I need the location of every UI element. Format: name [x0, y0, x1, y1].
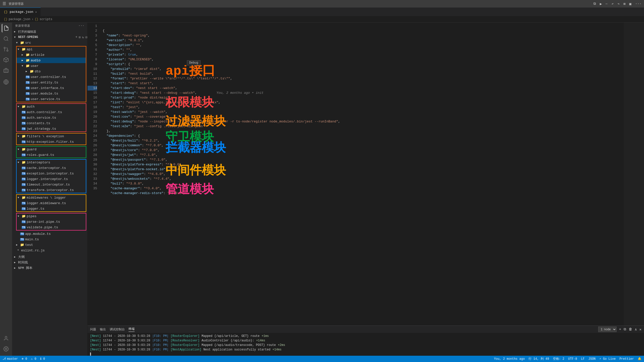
user-module[interactable]: TS user.module.ts — [17, 91, 86, 96]
dto-folder[interactable]: ▶ 📁 dto — [17, 69, 86, 74]
line-numbers: 12345 678910 1112131415 1617181920 21222… — [88, 23, 100, 326]
app-menu-icon[interactable]: ☰ — [3, 1, 6, 6]
root-folder[interactable]: ▼ NEST-SPRING + ⊞ ↻ ⊟ — [12, 34, 87, 40]
validate-pipe[interactable]: TS validate.pipe.ts — [17, 224, 86, 230]
exception-interceptor[interactable]: TS exception.interceptor.ts — [17, 171, 86, 176]
pipes-folder[interactable]: ▼ 📁 pipes — [17, 213, 86, 219]
run-icon[interactable]: ▶ — [600, 2, 602, 6]
layout-icon[interactable]: ▣ — [629, 2, 631, 6]
status-git-sync[interactable]: You, 2 months ago — [494, 357, 525, 361]
tab-close-icon[interactable]: ✕ — [35, 11, 37, 14]
eslint-file[interactable]: • eslint.rc.js — [12, 248, 87, 253]
roles-guard[interactable]: TS roles.guard.ts — [17, 152, 86, 158]
refresh-icon[interactable]: ↻ — [82, 35, 84, 39]
terminal-tab-output[interactable]: 输出 — [100, 327, 106, 332]
branch-icon: ⎇ — [3, 357, 6, 361]
terminal-select[interactable]: 1: node — [598, 327, 617, 332]
terminal-close-icon[interactable]: ✕ — [639, 327, 641, 332]
logger-interceptor[interactable]: TS logger.interceptor.ts — [17, 176, 86, 182]
article-folder[interactable]: ▶ 📁 article — [17, 52, 86, 58]
transform-interceptor-label: transform.interceptor.ts — [27, 188, 74, 192]
activity-debug[interactable] — [2, 56, 10, 64]
timeline-section[interactable]: ▶ 时间线 — [12, 260, 87, 265]
status-go-live[interactable]: ⚡ Go Live — [599, 357, 616, 361]
src-folder[interactable]: ▼ 📁 src — [12, 40, 87, 46]
auth-controller[interactable]: TS auth.controller.ts — [17, 109, 86, 115]
constants-label: constants.ts — [27, 121, 50, 125]
split-editor-icon[interactable]: ⧉ — [593, 2, 596, 6]
filters-folder[interactable]: ▼ 📁 filters \ exception — [17, 133, 86, 139]
terminal-tab-problems[interactable]: 问题 — [90, 327, 96, 332]
middlewares-folder[interactable]: ▼ 📁 middlewares \ logger — [17, 195, 86, 200]
user-service[interactable]: TS user.service.ts — [17, 96, 86, 102]
cache-interceptor[interactable]: TS cache.interceptor.ts — [17, 165, 86, 171]
ts-badge-lts: TS — [22, 207, 26, 210]
back-icon[interactable]: ← — [606, 2, 608, 6]
user-folder[interactable]: ▼ 📁 user — [17, 63, 86, 69]
collapse-icon[interactable]: ⊟ — [86, 35, 87, 39]
activity-source-control[interactable] — [2, 45, 10, 54]
sidebar-more-icon[interactable]: ··· — [78, 24, 84, 28]
user-entity[interactable]: TS user.entity.ts — [17, 80, 86, 85]
auth-folder[interactable]: ▼ 📁 auth — [17, 104, 86, 109]
new-folder-icon[interactable]: ⊞ — [79, 35, 80, 39]
activity-extensions[interactable] — [2, 66, 10, 75]
code-editor[interactable]: { "name": "nest-spring", "version": "0.0… — [100, 23, 624, 326]
forward-left-icon[interactable]: ↶ — [612, 2, 614, 6]
status-prettier[interactable]: Prettier — [619, 357, 634, 361]
auth-service[interactable]: TS auth.service.ts — [17, 115, 86, 120]
transform-interceptor[interactable]: TS transform.interceptor.ts — [17, 187, 86, 193]
extensions-icon[interactable]: ⊞ — [623, 2, 625, 6]
status-errors[interactable]: ⊗ 0 — [22, 357, 27, 361]
activity-remote[interactable] — [2, 78, 10, 86]
terminal-tab-debug-console[interactable]: 调试控制台 — [110, 327, 125, 332]
tab-package-json[interactable]: {} package.json ✕ — [0, 8, 41, 16]
outline-section[interactable]: ▶ 大纲 — [12, 254, 87, 260]
timeout-interceptor[interactable]: TS timeout.interceptor.ts — [17, 182, 86, 187]
terminal-trash-icon[interactable]: 🗑 — [629, 327, 632, 331]
status-warnings[interactable]: ⚠ 0 — [31, 357, 36, 361]
breadcrumb-file[interactable]: package.json — [9, 18, 30, 21]
outline-chevron: ▶ — [14, 255, 17, 258]
status-spaces[interactable]: 空格: 2 — [553, 357, 565, 361]
status-branch[interactable]: ⎇ master — [3, 357, 18, 361]
status-line-ending[interactable]: LF — [581, 357, 584, 361]
audio-folder[interactable]: ▶ 📁 audio — [17, 58, 86, 63]
ts-badge-ac: TS — [22, 111, 26, 114]
interceptors-folder[interactable]: ▼ 📁 interceptors — [17, 160, 86, 165]
test-folder[interactable]: ▶ 📁 test — [12, 242, 87, 248]
activity-search[interactable] — [2, 34, 10, 43]
logger-ts[interactable]: TS logger.ts — [17, 206, 86, 211]
terminal-tab-terminal[interactable]: 终端 — [129, 327, 135, 332]
status-info[interactable]: ℹ 0 — [40, 357, 45, 361]
status-line-col[interactable]: 行 14, 列 49 — [529, 357, 549, 361]
activity-files[interactable] — [2, 24, 10, 32]
api-folder[interactable]: ▼ 📁 api — [17, 47, 86, 52]
jwt-strategy[interactable]: TS jwt.strategy.ts — [17, 126, 86, 131]
terminal-split-icon[interactable]: ⧉ — [624, 327, 626, 331]
http-exception-filter[interactable]: TS http-exception.filter.ts — [17, 139, 86, 145]
status-language[interactable]: JSON — [588, 357, 596, 361]
parse-int-pipe[interactable]: TS parse-int.pipe.ts — [17, 219, 86, 224]
user-controller[interactable]: TS user.controller.ts — [17, 74, 86, 80]
more-icon[interactable]: ··· — [635, 2, 641, 6]
constants-ts[interactable]: TS constants.ts — [17, 120, 86, 126]
forward-right-icon[interactable]: ↷ — [617, 2, 619, 6]
new-file-icon[interactable]: + — [75, 35, 77, 39]
guard-folder[interactable]: ▼ 📁 guard — [17, 147, 86, 152]
ts-badge-2: TS — [26, 81, 30, 84]
status-encoding[interactable]: UTF-8 — [568, 357, 577, 361]
breadcrumb-section[interactable]: scripts — [39, 18, 52, 21]
user-interface[interactable]: TS user.interface.ts — [17, 85, 86, 91]
app-module[interactable]: TS app.module.ts — [12, 231, 87, 237]
open-editors-section[interactable]: ▶ 打开的编辑器 — [12, 29, 87, 34]
activity-account[interactable] — [2, 334, 10, 343]
logger-middleware[interactable]: TS logger.middleware.ts — [17, 200, 86, 206]
main-ts[interactable]: TS main.ts — [12, 237, 87, 242]
status-bell[interactable]: 🔔 — [638, 357, 641, 361]
terminal-add-icon[interactable]: + — [619, 327, 621, 331]
terminal-chevron-up-icon[interactable]: ∧ — [635, 327, 637, 332]
npm-section[interactable]: ▶ NPM 脚本 — [12, 265, 87, 271]
activity-settings[interactable] — [2, 345, 10, 353]
article-chevron: ▶ — [22, 53, 25, 56]
